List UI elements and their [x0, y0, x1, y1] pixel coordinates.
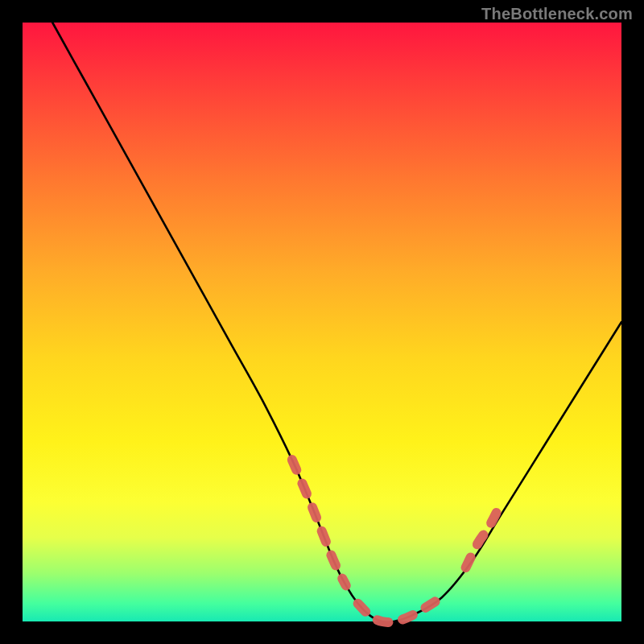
chart-frame: TheBottleneck.com — [0, 0, 644, 644]
highlight-segments — [292, 460, 502, 622]
highlight-segment-1 — [358, 597, 442, 622]
highlight-segment-2 — [466, 502, 502, 568]
watermark-text: TheBottleneck.com — [481, 5, 633, 23]
curve-layer — [23, 23, 621, 621]
bottleneck-curve — [52, 23, 621, 622]
plot-area — [23, 23, 621, 621]
